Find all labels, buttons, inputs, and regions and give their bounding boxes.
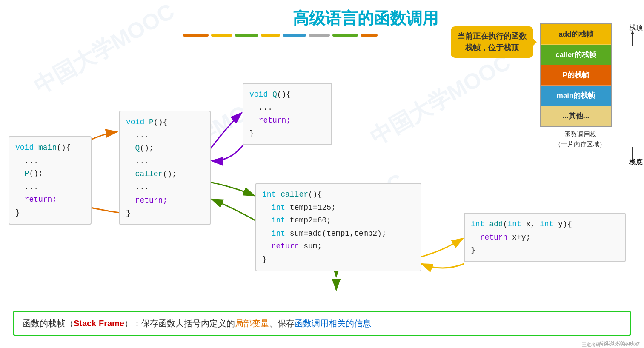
bottom-text-suffix: 、保存: [269, 319, 295, 328]
stack-frame-add: add的栈帧: [541, 24, 611, 45]
code-box-add: int add(int x, int y){ return x+y; }: [464, 213, 626, 262]
stack-top-arrow: [628, 30, 637, 47]
watermark-1: 中国大学MOOC: [29, 0, 180, 101]
bar-seg-3: [235, 34, 258, 37]
bottom-local-var: 局部变量: [235, 319, 269, 328]
code-box-p: void P(){ ... Q(); ... caller(); ... ret…: [119, 111, 211, 225]
bottom-stack-frame-label: Stack Frame: [74, 319, 124, 328]
bar-seg-7: [332, 34, 358, 37]
bar-seg-1: [183, 34, 209, 37]
svg-marker-1: [631, 30, 634, 34]
stack-frame-caller: caller的栈帧: [541, 45, 611, 65]
page-title: 高级语言的函数调用: [293, 8, 438, 29]
stack-frame-other: ...其他...: [541, 106, 611, 126]
progress-bar: [183, 33, 387, 37]
callout-line2: 栈帧，位于栈顶: [465, 43, 519, 52]
stack-bottom-label: 栈底: [629, 158, 643, 167]
bar-seg-2: [211, 34, 232, 37]
callout-bubble: 当前正在执行的函数 栈帧，位于栈顶: [451, 26, 533, 58]
mooc-footer: 王道考研/CSKAOYAN.COM: [582, 342, 640, 348]
code-box-caller: int caller(){ int temp1=125; int temp2=8…: [255, 183, 421, 271]
code-box-q: void Q(){ ... return; }: [243, 83, 332, 145]
stack-frames: add的栈帧 caller的栈帧 P的栈帧 main的栈帧 ...其他...: [540, 23, 612, 127]
bar-seg-4: [261, 34, 280, 37]
callout-line1: 当前正在执行的函数: [458, 32, 527, 40]
stack-frame-main: main的栈帧: [541, 86, 611, 106]
bar-seg-6: [309, 34, 330, 37]
watermark-4: 中国大学MOOC: [365, 48, 516, 152]
stack-frame-p: P的栈帧: [541, 65, 611, 86]
stack-description: 函数调用栈 （一片内存区域）: [540, 130, 621, 149]
bottom-call-info: 函数调用相关的信息: [295, 319, 371, 328]
bar-seg-8: [361, 34, 378, 37]
bar-seg-5: [283, 34, 306, 37]
bottom-text-prefix: 函数的栈帧（: [23, 319, 74, 328]
bottom-text-mid: ）：保存函数大括号内定义的: [124, 319, 235, 328]
bottom-annotation: 函数的栈帧（Stack Frame）：保存函数大括号内定义的局部变量、保存函数调…: [13, 311, 631, 336]
stack-diagram: 栈顶 add的栈帧 caller的栈帧 P的栈帧 main的栈帧 ...其他..…: [540, 23, 621, 149]
code-box-main: void main(){ ... P(); ... return; }: [9, 136, 92, 225]
